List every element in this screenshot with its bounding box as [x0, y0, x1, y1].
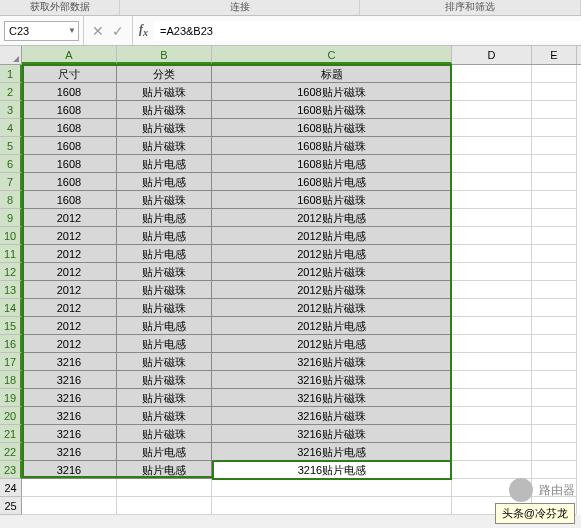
- check-icon[interactable]: ✓: [112, 23, 124, 39]
- cell[interactable]: [452, 353, 532, 371]
- cell[interactable]: [532, 461, 577, 479]
- cell[interactable]: [532, 281, 577, 299]
- cell[interactable]: 贴片磁珠: [117, 371, 212, 389]
- cell[interactable]: 2012: [22, 317, 117, 335]
- cell[interactable]: [212, 479, 452, 497]
- cell[interactable]: 3216贴片电感: [212, 461, 452, 479]
- cell[interactable]: 3216: [22, 371, 117, 389]
- cell[interactable]: [532, 173, 577, 191]
- cell[interactable]: 贴片磁珠: [117, 83, 212, 101]
- col-header-B[interactable]: B: [117, 46, 212, 64]
- cell[interactable]: [532, 209, 577, 227]
- cell[interactable]: [117, 479, 212, 497]
- cell[interactable]: [532, 65, 577, 83]
- cell[interactable]: 3216: [22, 425, 117, 443]
- cell[interactable]: 2012: [22, 299, 117, 317]
- row-header[interactable]: 16: [0, 335, 22, 353]
- row-header[interactable]: 7: [0, 173, 22, 191]
- row-header[interactable]: 3: [0, 101, 22, 119]
- cell[interactable]: [532, 425, 577, 443]
- cell[interactable]: [117, 497, 212, 515]
- cell[interactable]: [452, 407, 532, 425]
- cell[interactable]: 2012: [22, 245, 117, 263]
- row-header[interactable]: 2: [0, 83, 22, 101]
- cell[interactable]: 贴片电感: [117, 245, 212, 263]
- cell[interactable]: 贴片电感: [117, 461, 212, 479]
- cell[interactable]: [532, 371, 577, 389]
- cell[interactable]: 2012: [22, 281, 117, 299]
- cell[interactable]: [22, 479, 117, 497]
- cell[interactable]: [452, 317, 532, 335]
- cell[interactable]: 3216贴片磁珠: [212, 371, 452, 389]
- cell[interactable]: 3216贴片磁珠: [212, 389, 452, 407]
- cell[interactable]: 2012: [22, 209, 117, 227]
- cell[interactable]: [452, 137, 532, 155]
- cancel-icon[interactable]: ✕: [92, 23, 104, 39]
- cell[interactable]: [212, 497, 452, 515]
- row-header[interactable]: 1: [0, 65, 22, 83]
- cell[interactable]: [452, 461, 532, 479]
- col-header-A[interactable]: A: [22, 46, 117, 64]
- row-header[interactable]: 4: [0, 119, 22, 137]
- cell[interactable]: 2012贴片磁珠: [212, 299, 452, 317]
- cell[interactable]: 贴片磁珠: [117, 101, 212, 119]
- cell[interactable]: 1608: [22, 119, 117, 137]
- cell[interactable]: [452, 281, 532, 299]
- row-header[interactable]: 6: [0, 155, 22, 173]
- cell[interactable]: [452, 443, 532, 461]
- cell[interactable]: 1608: [22, 173, 117, 191]
- cell[interactable]: [532, 317, 577, 335]
- cell[interactable]: 3216: [22, 443, 117, 461]
- row-header[interactable]: 14: [0, 299, 22, 317]
- cell[interactable]: 尺寸: [22, 65, 117, 83]
- cell[interactable]: 2012: [22, 335, 117, 353]
- cell[interactable]: [452, 209, 532, 227]
- row-header[interactable]: 9: [0, 209, 22, 227]
- cell[interactable]: 贴片电感: [117, 173, 212, 191]
- row-header[interactable]: 5: [0, 137, 22, 155]
- cell[interactable]: 1608贴片磁珠: [212, 83, 452, 101]
- row-header[interactable]: 19: [0, 389, 22, 407]
- row-header[interactable]: 18: [0, 371, 22, 389]
- cell[interactable]: 1608贴片磁珠: [212, 191, 452, 209]
- cell[interactable]: [452, 173, 532, 191]
- cell[interactable]: 贴片电感: [117, 443, 212, 461]
- cell[interactable]: [532, 245, 577, 263]
- cell[interactable]: 1608: [22, 83, 117, 101]
- cell[interactable]: 贴片电感: [117, 227, 212, 245]
- cell[interactable]: 3216: [22, 461, 117, 479]
- cell[interactable]: [532, 191, 577, 209]
- cell[interactable]: 贴片磁珠: [117, 263, 212, 281]
- row-header[interactable]: 22: [0, 443, 22, 461]
- cell[interactable]: 2012贴片电感: [212, 245, 452, 263]
- cell[interactable]: [532, 389, 577, 407]
- cell[interactable]: [452, 101, 532, 119]
- cell[interactable]: 贴片磁珠: [117, 299, 212, 317]
- row-header[interactable]: 10: [0, 227, 22, 245]
- cell[interactable]: 3216贴片磁珠: [212, 407, 452, 425]
- name-box[interactable]: C23 ▼: [4, 21, 79, 41]
- cell[interactable]: [532, 119, 577, 137]
- cell[interactable]: [532, 335, 577, 353]
- cell[interactable]: 1608: [22, 191, 117, 209]
- row-header[interactable]: 15: [0, 317, 22, 335]
- cell[interactable]: 2012贴片电感: [212, 335, 452, 353]
- row-header[interactable]: 20: [0, 407, 22, 425]
- cell[interactable]: 2012贴片电感: [212, 227, 452, 245]
- row-header[interactable]: 11: [0, 245, 22, 263]
- cell[interactable]: [532, 479, 577, 497]
- cell[interactable]: 贴片电感: [117, 335, 212, 353]
- cell[interactable]: [452, 65, 532, 83]
- chevron-down-icon[interactable]: ▼: [68, 26, 76, 35]
- fx-icon[interactable]: fx: [133, 22, 154, 38]
- cell[interactable]: 贴片磁珠: [117, 407, 212, 425]
- cell[interactable]: 1608贴片电感: [212, 173, 452, 191]
- row-header[interactable]: 12: [0, 263, 22, 281]
- cell[interactable]: [452, 479, 532, 497]
- cell[interactable]: 贴片电感: [117, 155, 212, 173]
- cell[interactable]: 2012: [22, 227, 117, 245]
- cell[interactable]: [532, 407, 577, 425]
- cell[interactable]: 贴片磁珠: [117, 137, 212, 155]
- cell[interactable]: [452, 83, 532, 101]
- cell[interactable]: [452, 263, 532, 281]
